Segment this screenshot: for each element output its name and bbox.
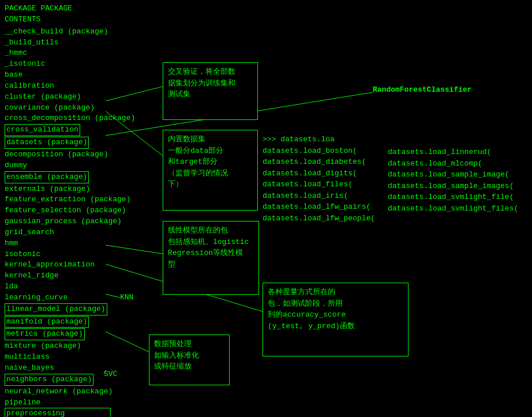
- tooltip-datasets: 内置数据集一般分data部分和target部分（监督学习的情况下）: [163, 130, 258, 211]
- list-item: neighbors (package): [5, 374, 93, 386]
- list-item: covariance (package): [5, 103, 111, 114]
- tooltip-preprocessing: 数据预处理如输入标准化或特征缩放: [149, 335, 230, 385]
- tooltip-cross-validation: 交叉验证，将全部数据集划分为训练集和测试集: [163, 62, 258, 120]
- dataset-item: datasets.load_sample_image(: [388, 169, 518, 181]
- list-item: cross_decomposition (package): [5, 113, 111, 124]
- list-item: feature_extraction (package): [5, 194, 111, 205]
- list-item: externals (package): [5, 184, 111, 195]
- list-item: lda: [5, 281, 111, 292]
- list-item: _build_utils: [5, 37, 111, 48]
- dataset-item: datasets.load_files(: [263, 179, 375, 190]
- rfc-label: RandomForestClassifier: [373, 85, 472, 94]
- list-item-wrapper: metrics (package): [5, 328, 111, 341]
- list-item: multiclass: [5, 352, 111, 363]
- list-item-wrapper: manifold (package): [5, 316, 111, 329]
- tooltip-linear-model: 线性模型所在的包包括感知机、logisticRegression等线性模型: [163, 221, 259, 295]
- list-item: feature_selection (package): [5, 205, 111, 216]
- list-item: dummy: [5, 160, 111, 171]
- dataset-item: datasets.load_iris(: [263, 190, 375, 202]
- main-container: PACKAGE PACKAGE CONTENTS __check_build (…: [0, 0, 532, 417]
- list-item: base: [5, 70, 111, 81]
- list-item: preprocessing (package): [5, 408, 111, 417]
- list-item: _hmmc: [5, 48, 111, 59]
- tooltip-metrics: 各种度量方式所在的包，如测试阶段，所用到的accuracy_score(y_te…: [263, 283, 409, 356]
- list-item: calibration: [5, 81, 111, 92]
- list-item-wrapper: cross_validation: [5, 124, 111, 137]
- list-item: __check_build (package): [5, 27, 111, 37]
- list-item: cluster (package): [5, 92, 111, 103]
- list-item: mixture (package): [5, 341, 111, 352]
- item-list: __check_build (package)_build_utils_hmmc…: [5, 27, 111, 417]
- dataset-list-left: >>> datasets.loadatasets.load_boston(dat…: [263, 134, 375, 224]
- list-item: _isotonic: [5, 59, 111, 70]
- dataset-item: datasets.load_sample_images(: [388, 181, 518, 192]
- dataset-item: datasets.load_svmlight_files(: [388, 203, 518, 215]
- left-column: PACKAGE PACKAGE CONTENTS __check_build (…: [0, 0, 115, 417]
- dataset-item: datasets.load_svmlight_file(: [388, 191, 518, 203]
- dataset-item: datasets.load_lfw_people(: [263, 213, 375, 224]
- list-item: kernel_ridge: [5, 271, 111, 281]
- list-item: decomposition (package): [5, 149, 111, 160]
- dataset-item: datasets.load_mlcomp(: [388, 158, 518, 170]
- list-item: datasets (package): [5, 137, 89, 149]
- list-item: manifold (package): [5, 316, 89, 328]
- list-item-wrapper: ensemble (package): [5, 171, 111, 184]
- list-item: gaussian_process (package): [5, 216, 111, 227]
- list-item-wrapper: neighbors (package): [5, 374, 111, 386]
- package-header: PACKAGE PACKAGE CONTENTS: [5, 3, 111, 25]
- dataset-item: datasets.load_digits(: [263, 168, 375, 179]
- list-item-wrapper: linear_model (package): [5, 303, 111, 316]
- list-item: grid_search: [5, 227, 111, 238]
- dataset-item: datasets.load_lfw_pairs(: [263, 201, 375, 213]
- list-item: linear_model (package): [5, 303, 107, 315]
- list-item-wrapper: preprocessing (package): [5, 408, 111, 417]
- dataset-item: datasets.load_boston(: [263, 145, 375, 157]
- list-item: kernel_approximation: [5, 260, 111, 271]
- dataset-item: >>> datasets.loa: [263, 134, 375, 145]
- list-item-wrapper: datasets (package): [5, 137, 111, 149]
- list-item: pipeline: [5, 397, 111, 408]
- list-item: metrics (package): [5, 328, 85, 340]
- svc-label: SVC: [104, 370, 117, 378]
- header-prefix: PACKAGE: [5, 4, 40, 13]
- knn-label: KNN: [120, 293, 133, 302]
- list-item: isotonic: [5, 249, 111, 260]
- list-item: naive_bayes: [5, 363, 111, 374]
- dataset-item: datasets.load_diabetes(: [263, 156, 375, 168]
- list-item: ensemble (package): [5, 171, 89, 183]
- list-item: neural_network (package): [5, 386, 111, 397]
- dataset-item: datasets.load_linnerud(: [388, 146, 518, 158]
- list-item: learning_curve: [5, 292, 111, 303]
- list-item: hmm: [5, 238, 111, 249]
- dataset-list-right: datasets.load_linnerud(datasets.load_mlc…: [388, 146, 518, 214]
- list-item: cross_validation: [5, 124, 80, 136]
